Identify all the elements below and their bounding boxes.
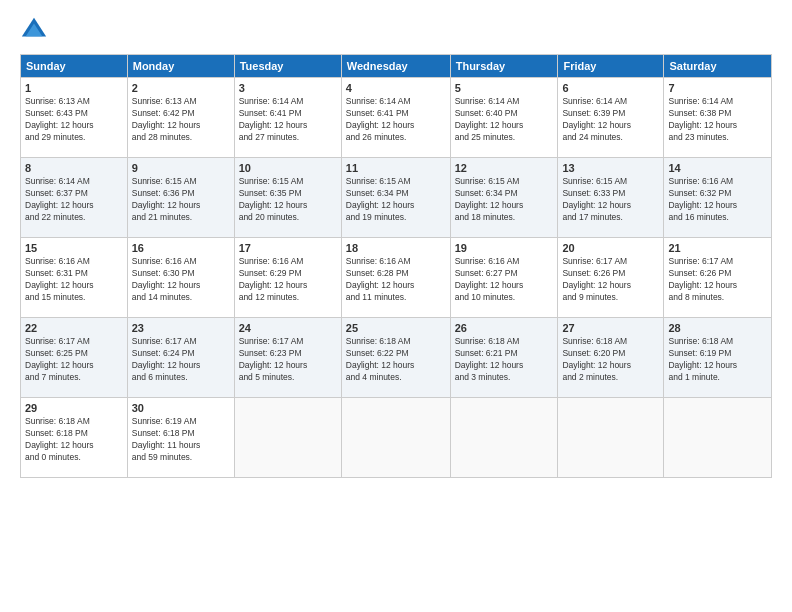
day-number: 21 <box>668 242 767 254</box>
day-number: 19 <box>455 242 554 254</box>
calendar-table: SundayMondayTuesdayWednesdayThursdayFrid… <box>20 54 772 478</box>
day-info: Sunrise: 6:14 AM Sunset: 6:41 PM Dayligh… <box>239 96 337 144</box>
calendar-cell: 5Sunrise: 6:14 AM Sunset: 6:40 PM Daylig… <box>450 78 558 158</box>
page: SundayMondayTuesdayWednesdayThursdayFrid… <box>0 0 792 612</box>
header <box>20 16 772 44</box>
day-info: Sunrise: 6:16 AM Sunset: 6:32 PM Dayligh… <box>668 176 767 224</box>
day-number: 25 <box>346 322 446 334</box>
calendar-cell: 19Sunrise: 6:16 AM Sunset: 6:27 PM Dayli… <box>450 238 558 318</box>
day-info: Sunrise: 6:17 AM Sunset: 6:25 PM Dayligh… <box>25 336 123 384</box>
calendar-cell: 8Sunrise: 6:14 AM Sunset: 6:37 PM Daylig… <box>21 158 128 238</box>
calendar-cell: 7Sunrise: 6:14 AM Sunset: 6:38 PM Daylig… <box>664 78 772 158</box>
day-number: 9 <box>132 162 230 174</box>
calendar-cell: 26Sunrise: 6:18 AM Sunset: 6:21 PM Dayli… <box>450 318 558 398</box>
day-info: Sunrise: 6:16 AM Sunset: 6:30 PM Dayligh… <box>132 256 230 304</box>
day-info: Sunrise: 6:15 AM Sunset: 6:34 PM Dayligh… <box>346 176 446 224</box>
calendar-cell: 17Sunrise: 6:16 AM Sunset: 6:29 PM Dayli… <box>234 238 341 318</box>
day-number: 5 <box>455 82 554 94</box>
calendar-cell: 3Sunrise: 6:14 AM Sunset: 6:41 PM Daylig… <box>234 78 341 158</box>
day-number: 29 <box>25 402 123 414</box>
day-info: Sunrise: 6:18 AM Sunset: 6:21 PM Dayligh… <box>455 336 554 384</box>
calendar-cell: 27Sunrise: 6:18 AM Sunset: 6:20 PM Dayli… <box>558 318 664 398</box>
calendar-cell: 18Sunrise: 6:16 AM Sunset: 6:28 PM Dayli… <box>341 238 450 318</box>
weekday-header: Sunday <box>21 55 128 78</box>
weekday-header: Tuesday <box>234 55 341 78</box>
calendar-cell: 24Sunrise: 6:17 AM Sunset: 6:23 PM Dayli… <box>234 318 341 398</box>
calendar-week-row: 15Sunrise: 6:16 AM Sunset: 6:31 PM Dayli… <box>21 238 772 318</box>
weekday-header: Monday <box>127 55 234 78</box>
day-info: Sunrise: 6:14 AM Sunset: 6:38 PM Dayligh… <box>668 96 767 144</box>
day-info: Sunrise: 6:18 AM Sunset: 6:20 PM Dayligh… <box>562 336 659 384</box>
day-number: 20 <box>562 242 659 254</box>
day-info: Sunrise: 6:15 AM Sunset: 6:33 PM Dayligh… <box>562 176 659 224</box>
day-info: Sunrise: 6:18 AM Sunset: 6:22 PM Dayligh… <box>346 336 446 384</box>
day-info: Sunrise: 6:17 AM Sunset: 6:23 PM Dayligh… <box>239 336 337 384</box>
calendar-cell: 23Sunrise: 6:17 AM Sunset: 6:24 PM Dayli… <box>127 318 234 398</box>
calendar-cell: 14Sunrise: 6:16 AM Sunset: 6:32 PM Dayli… <box>664 158 772 238</box>
day-number: 11 <box>346 162 446 174</box>
day-number: 30 <box>132 402 230 414</box>
day-number: 4 <box>346 82 446 94</box>
day-number: 1 <box>25 82 123 94</box>
day-info: Sunrise: 6:16 AM Sunset: 6:28 PM Dayligh… <box>346 256 446 304</box>
weekday-header: Wednesday <box>341 55 450 78</box>
day-number: 2 <box>132 82 230 94</box>
day-number: 16 <box>132 242 230 254</box>
day-number: 15 <box>25 242 123 254</box>
calendar-week-row: 29Sunrise: 6:18 AM Sunset: 6:18 PM Dayli… <box>21 398 772 478</box>
calendar-cell <box>558 398 664 478</box>
day-info: Sunrise: 6:14 AM Sunset: 6:39 PM Dayligh… <box>562 96 659 144</box>
calendar-week-row: 8Sunrise: 6:14 AM Sunset: 6:37 PM Daylig… <box>21 158 772 238</box>
day-info: Sunrise: 6:15 AM Sunset: 6:34 PM Dayligh… <box>455 176 554 224</box>
calendar-cell <box>450 398 558 478</box>
day-info: Sunrise: 6:16 AM Sunset: 6:29 PM Dayligh… <box>239 256 337 304</box>
day-number: 8 <box>25 162 123 174</box>
day-info: Sunrise: 6:15 AM Sunset: 6:35 PM Dayligh… <box>239 176 337 224</box>
day-number: 6 <box>562 82 659 94</box>
weekday-header: Thursday <box>450 55 558 78</box>
calendar-cell: 13Sunrise: 6:15 AM Sunset: 6:33 PM Dayli… <box>558 158 664 238</box>
day-info: Sunrise: 6:17 AM Sunset: 6:26 PM Dayligh… <box>668 256 767 304</box>
calendar-cell: 22Sunrise: 6:17 AM Sunset: 6:25 PM Dayli… <box>21 318 128 398</box>
calendar-cell: 29Sunrise: 6:18 AM Sunset: 6:18 PM Dayli… <box>21 398 128 478</box>
calendar-cell <box>664 398 772 478</box>
day-number: 28 <box>668 322 767 334</box>
calendar-cell: 4Sunrise: 6:14 AM Sunset: 6:41 PM Daylig… <box>341 78 450 158</box>
day-info: Sunrise: 6:19 AM Sunset: 6:18 PM Dayligh… <box>132 416 230 464</box>
calendar-cell <box>341 398 450 478</box>
calendar-cell: 1Sunrise: 6:13 AM Sunset: 6:43 PM Daylig… <box>21 78 128 158</box>
weekday-header: Saturday <box>664 55 772 78</box>
calendar-cell: 30Sunrise: 6:19 AM Sunset: 6:18 PM Dayli… <box>127 398 234 478</box>
day-info: Sunrise: 6:18 AM Sunset: 6:18 PM Dayligh… <box>25 416 123 464</box>
day-number: 7 <box>668 82 767 94</box>
day-number: 10 <box>239 162 337 174</box>
day-number: 13 <box>562 162 659 174</box>
calendar-cell: 6Sunrise: 6:14 AM Sunset: 6:39 PM Daylig… <box>558 78 664 158</box>
day-info: Sunrise: 6:16 AM Sunset: 6:31 PM Dayligh… <box>25 256 123 304</box>
logo <box>20 16 52 44</box>
day-info: Sunrise: 6:13 AM Sunset: 6:42 PM Dayligh… <box>132 96 230 144</box>
day-number: 3 <box>239 82 337 94</box>
calendar-cell: 12Sunrise: 6:15 AM Sunset: 6:34 PM Dayli… <box>450 158 558 238</box>
day-number: 22 <box>25 322 123 334</box>
day-number: 18 <box>346 242 446 254</box>
calendar-cell: 21Sunrise: 6:17 AM Sunset: 6:26 PM Dayli… <box>664 238 772 318</box>
calendar-week-row: 22Sunrise: 6:17 AM Sunset: 6:25 PM Dayli… <box>21 318 772 398</box>
calendar-cell <box>234 398 341 478</box>
calendar-cell: 10Sunrise: 6:15 AM Sunset: 6:35 PM Dayli… <box>234 158 341 238</box>
day-info: Sunrise: 6:15 AM Sunset: 6:36 PM Dayligh… <box>132 176 230 224</box>
calendar-cell: 15Sunrise: 6:16 AM Sunset: 6:31 PM Dayli… <box>21 238 128 318</box>
calendar-header-row: SundayMondayTuesdayWednesdayThursdayFrid… <box>21 55 772 78</box>
day-number: 26 <box>455 322 554 334</box>
day-number: 23 <box>132 322 230 334</box>
weekday-header: Friday <box>558 55 664 78</box>
calendar-cell: 20Sunrise: 6:17 AM Sunset: 6:26 PM Dayli… <box>558 238 664 318</box>
day-number: 17 <box>239 242 337 254</box>
calendar-cell: 16Sunrise: 6:16 AM Sunset: 6:30 PM Dayli… <box>127 238 234 318</box>
day-number: 12 <box>455 162 554 174</box>
calendar-cell: 9Sunrise: 6:15 AM Sunset: 6:36 PM Daylig… <box>127 158 234 238</box>
logo-icon <box>20 16 48 44</box>
day-info: Sunrise: 6:17 AM Sunset: 6:24 PM Dayligh… <box>132 336 230 384</box>
day-info: Sunrise: 6:14 AM Sunset: 6:37 PM Dayligh… <box>25 176 123 224</box>
day-info: Sunrise: 6:18 AM Sunset: 6:19 PM Dayligh… <box>668 336 767 384</box>
